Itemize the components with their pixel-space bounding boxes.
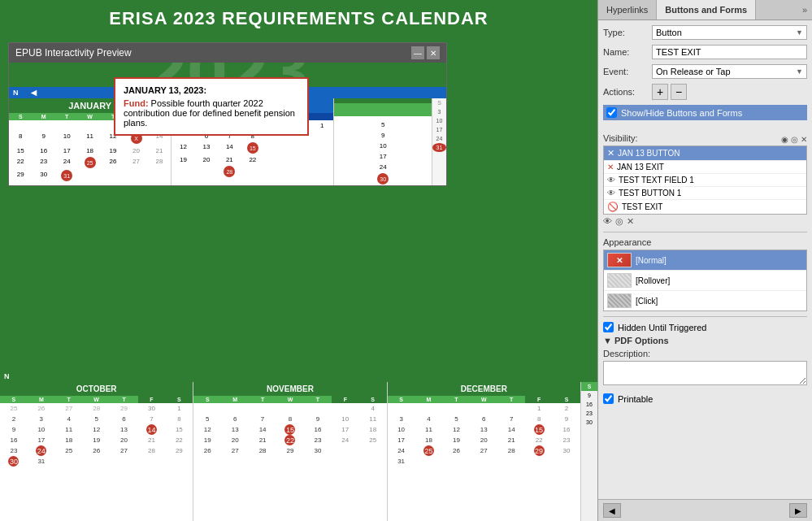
appearance-item-rollover[interactable]: [Rollover] bbox=[604, 271, 806, 291]
visibility-item-test-text-field[interactable]: 👁 TEST TEXT FIELD 1 bbox=[604, 174, 806, 187]
remove-action-button[interactable]: − bbox=[671, 84, 687, 100]
vis-icon-test-button1: 👁 bbox=[607, 189, 615, 198]
event-label: Event: bbox=[603, 67, 652, 76]
visibility-item-test-exit[interactable]: 🚫 TEST EXIT bbox=[604, 200, 806, 214]
appearance-label-click: [Click] bbox=[636, 297, 658, 306]
vis-icon-jan13-button: ✕ bbox=[607, 148, 614, 158]
type-label: Type: bbox=[603, 28, 652, 37]
vis-icon-jan13-exit: ✕ bbox=[607, 163, 614, 171]
popup-tooltip: JANUARY 13, 2023: Fund: Possible fourth … bbox=[114, 77, 309, 136]
appearance-label: Appearance bbox=[603, 237, 807, 247]
panel-footer: ◀ ▶ bbox=[598, 499, 812, 521]
eye-filled-icon: 👁 bbox=[603, 216, 612, 227]
appearance-thumb-normal: ✕ bbox=[607, 253, 632, 267]
actions-label: Actions: bbox=[603, 87, 652, 97]
tab-buttons-forms[interactable]: Buttons and Forms bbox=[657, 0, 756, 20]
vis-label-jan13-button: JAN 13 BUTTON bbox=[618, 149, 680, 158]
type-dropdown[interactable]: Button ▼ bbox=[652, 25, 807, 40]
divider-1 bbox=[603, 232, 807, 232]
december-month: DECEMBER SMTWTFS 12 3456789 101112131415… bbox=[388, 382, 581, 521]
visibility-x-icon: ✕ bbox=[801, 135, 807, 144]
type-dropdown-arrow: ▼ bbox=[796, 28, 803, 37]
calendar-title: ERISA 2023 REQUIREMENTS CALENDAR bbox=[0, 0, 597, 33]
vis-icon-test-text-field: 👁 bbox=[607, 176, 615, 185]
visibility-controls: ◉ ◎ ✕ bbox=[781, 135, 807, 144]
panel-tabs: Hyperlinks Buttons and Forms » bbox=[598, 0, 812, 20]
popup-content: Fund: Possible fourth quarter 2022 contr… bbox=[124, 98, 299, 128]
visibility-section: Visibility: ◉ ◎ ✕ ✕ JAN 13 BUTTON ✕ JAN … bbox=[603, 133, 807, 227]
visibility-label: Visibility: bbox=[603, 133, 638, 143]
popup-date: JANUARY 13, 2023: bbox=[124, 85, 299, 95]
eye-icon: ◉ bbox=[781, 135, 788, 144]
eye-off-icon: ◎ bbox=[791, 135, 798, 144]
vis-label-test-exit: TEST EXIT bbox=[622, 202, 662, 211]
vis-label-test-text-field: TEST TEXT FIELD 1 bbox=[619, 176, 694, 185]
appearance-thumb-rollover bbox=[607, 273, 632, 288]
printable-checkbox[interactable] bbox=[603, 393, 614, 404]
november-month: NOVEMBER SMTWTFS 4 567891011 12131415161… bbox=[193, 382, 387, 521]
epub-dialog-title: EPUB Interactivity Preview bbox=[15, 47, 132, 59]
event-dropdown-arrow: ▼ bbox=[796, 67, 803, 76]
panel-body: Type: Button ▼ Name: TEST EXIT Event: On… bbox=[598, 20, 812, 499]
printable-row: Printable bbox=[603, 393, 807, 404]
appearance-label-normal: [Normal] bbox=[636, 256, 667, 265]
bottom-calendar-strip: N OCTOBER SMTWTFS 2526272829301 2345678 … bbox=[0, 371, 597, 521]
properties-panel: Hyperlinks Buttons and Forms » Type: But… bbox=[597, 0, 812, 521]
eye-circle-icon: ◎ bbox=[615, 216, 623, 227]
appearance-items: ✕ [Normal] [Rollover] [Click] bbox=[603, 250, 807, 311]
dialog-minimize-button[interactable]: — bbox=[411, 46, 424, 59]
event-row: Event: On Release or Tap ▼ bbox=[603, 64, 807, 79]
vis-label-test-button1: TEST BUTTON 1 bbox=[619, 189, 681, 198]
bottom-months: OCTOBER SMTWTFS 2526272829301 2345678 91… bbox=[0, 382, 597, 521]
footer-left-button[interactable]: ◀ bbox=[603, 503, 621, 518]
march-month-partial: 5 9 10 17 24 30 bbox=[333, 98, 432, 185]
name-input[interactable]: TEST EXIT bbox=[652, 45, 807, 59]
tab-hyperlinks[interactable]: Hyperlinks bbox=[598, 0, 657, 20]
hidden-until-triggered-label: Hidden Until Triggered bbox=[618, 323, 706, 332]
show-hide-row: Show/Hide Buttons and Forms bbox=[603, 105, 807, 120]
epub-dialog-header: EPUB Interactivity Preview — ✕ bbox=[9, 43, 446, 63]
pdf-options-chevron: ▼ bbox=[603, 336, 612, 345]
october-month: OCTOBER SMTWTFS 2526272829301 2345678 91… bbox=[0, 382, 193, 521]
tab-more-button[interactable]: » bbox=[797, 0, 812, 20]
add-action-button[interactable]: + bbox=[652, 84, 668, 100]
x-mark-icon: ✕ bbox=[627, 216, 634, 227]
november-header: NOVEMBER bbox=[193, 382, 386, 396]
extra-visibility-icons: 👁 ◎ ✕ bbox=[603, 216, 807, 227]
actions-row: Actions: + − bbox=[603, 84, 807, 100]
pdf-options-header: ▼ PDF Options bbox=[603, 336, 807, 345]
show-hide-checkbox[interactable] bbox=[606, 107, 617, 118]
name-row: Name: TEST EXIT bbox=[603, 45, 807, 59]
appearance-item-click[interactable]: [Click] bbox=[604, 291, 806, 310]
side-numbers: S 3 10 17 24 31 bbox=[432, 98, 446, 185]
visibility-item-test-button1[interactable]: 👁 TEST BUTTON 1 bbox=[604, 187, 806, 200]
calendar-area: ERISA 2023 REQUIREMENTS CALENDAR 2023 EP… bbox=[0, 0, 597, 521]
vis-label-jan13-exit: JAN 13 EXIT bbox=[617, 163, 664, 171]
description-label: Description: bbox=[603, 349, 807, 358]
visibility-list: ✕ JAN 13 BUTTON ✕ JAN 13 EXIT 👁 TEST TEX… bbox=[603, 145, 807, 215]
printable-label: Printable bbox=[618, 394, 653, 404]
appearance-thumb-click bbox=[607, 293, 632, 308]
vis-icon-test-exit: 🚫 bbox=[607, 202, 619, 212]
footer-right-button[interactable]: ▶ bbox=[789, 503, 807, 518]
visibility-item-jan13-exit[interactable]: ✕ JAN 13 EXIT bbox=[604, 161, 806, 174]
type-row: Type: Button ▼ bbox=[603, 25, 807, 40]
visibility-item-jan13-button[interactable]: ✕ JAN 13 BUTTON bbox=[604, 146, 806, 161]
description-input[interactable] bbox=[603, 361, 807, 385]
december-header: DECEMBER bbox=[388, 382, 580, 396]
bottom-nav: N bbox=[0, 371, 597, 382]
divider-2 bbox=[603, 316, 807, 317]
side-col: S 9162330 bbox=[581, 382, 597, 521]
october-header: OCTOBER bbox=[0, 382, 193, 396]
hidden-until-triggered-row: Hidden Until Triggered bbox=[603, 322, 807, 332]
appearance-label-rollover: [Rollover] bbox=[636, 276, 670, 285]
hidden-until-triggered-checkbox[interactable] bbox=[603, 322, 614, 332]
show-hide-label: Show/Hide Buttons and Forms bbox=[621, 108, 742, 118]
appearance-section: Appearance ✕ [Normal] [Rollover] [C bbox=[603, 237, 807, 311]
appearance-item-normal[interactable]: ✕ [Normal] bbox=[604, 250, 806, 271]
event-dropdown[interactable]: On Release or Tap ▼ bbox=[652, 64, 807, 79]
dialog-close-button[interactable]: ✕ bbox=[427, 46, 440, 59]
name-label: Name: bbox=[603, 47, 652, 57]
